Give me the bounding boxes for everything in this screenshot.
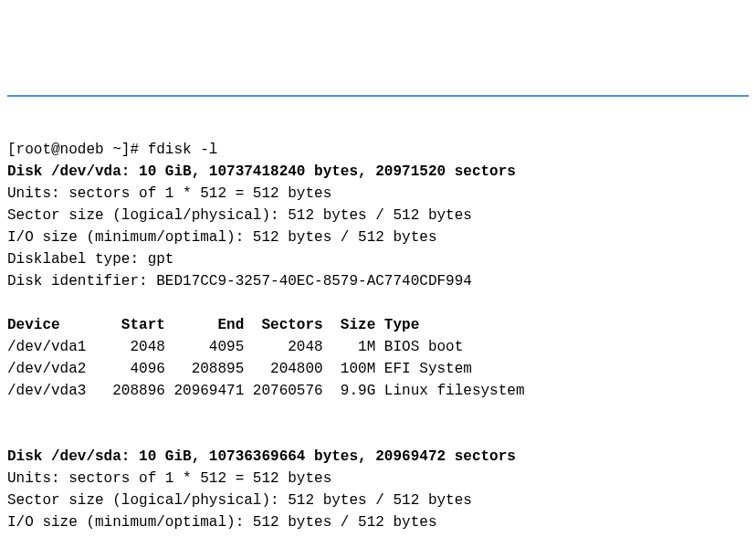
disk2-units: Units: sectors of 1 * 512 = 512 bytes [7,470,331,487]
command-fdisk: fdisk -l [148,142,218,158]
table-row: /dev/vda1 2048 4095 2048 1M BIOS boot [7,339,463,355]
disk2-sector-size: Sector size (logical/physical): 512 byte… [7,492,472,509]
disk2-io-size: I/O size (minimum/optimal): 512 bytes / … [7,514,436,531]
prompt-line-1: [root@nodeb ~]# fdisk -l [7,142,217,158]
disk1-identifier: Disk identifier: BED17CC9-3257-40EC-8579… [7,273,472,290]
disk1-units: Units: sectors of 1 * 512 = 512 bytes [7,185,331,202]
disk1-io-size: I/O size (minimum/optimal): 512 bytes / … [7,229,436,246]
table-row: /dev/vda2 4096 208895 204800 100M EFI Sy… [7,361,472,377]
table-row: /dev/vda3 208896 20969471 20760576 9.9G … [7,383,525,399]
prompt-1: [root@nodeb ~]# [7,142,148,158]
disk1-table-header: Device Start End Sectors Size Type [7,317,419,333]
disk1-header: Disk /dev/vda: 10 GiB, 10737418240 bytes… [7,163,516,180]
window-top-border [7,95,749,97]
disk1-sector-size: Sector size (logical/physical): 512 byte… [7,207,472,224]
disk1-label-type: Disklabel type: gpt [7,251,173,268]
disk2-header: Disk /dev/sda: 10 GiB, 10736369664 bytes… [7,448,516,465]
terminal-output: [root@nodeb ~]# fdisk -l Disk /dev/vda: … [7,139,749,537]
